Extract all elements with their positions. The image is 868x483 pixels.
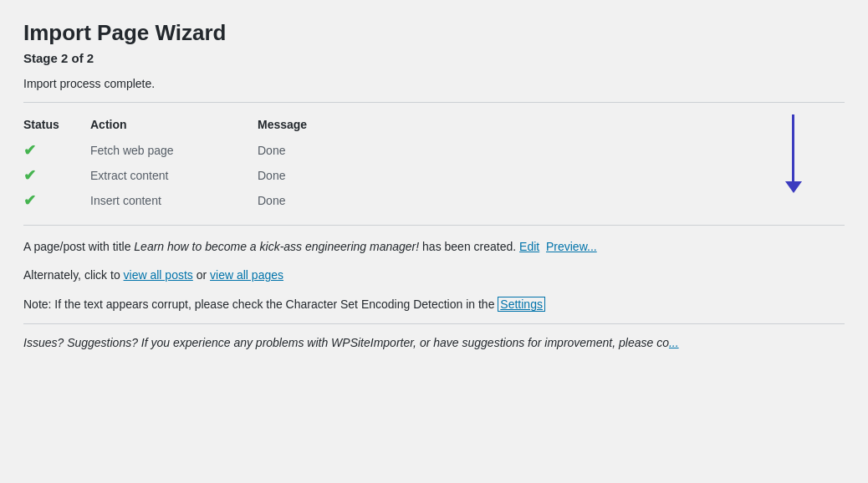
or-text: or	[193, 268, 210, 282]
settings-link[interactable]: Settings	[498, 297, 545, 312]
alternate-links: Alternately, click to view all posts or …	[23, 266, 845, 284]
created-suffix: has been created.	[419, 240, 516, 253]
table-row: ✔ Extract content Done	[23, 163, 845, 188]
table-row: ✔ Fetch web page Done	[23, 138, 845, 163]
col-status: Status	[23, 114, 90, 138]
issues-text: Issues? Suggestions? If you experience a…	[23, 336, 669, 349]
status-icon-3: ✔	[23, 192, 36, 209]
issues-link[interactable]: ...	[669, 336, 679, 349]
status-table-wrapper: Status Action Message ✔ Fetch web page D…	[23, 114, 845, 213]
table-row: ✔ Insert content Done	[23, 188, 845, 213]
status-icon-1: ✔	[23, 142, 36, 159]
action-1: Fetch web page	[90, 138, 258, 163]
page-title: Import Page Wizard	[23, 20, 845, 46]
import-complete-message: Import process complete.	[23, 77, 845, 90]
edit-link[interactable]: Edit	[519, 240, 539, 253]
message-1: Done	[258, 138, 425, 163]
arrow-indicator	[792, 114, 794, 181]
issues-section: Issues? Suggestions? If you experience a…	[23, 336, 845, 349]
col-action: Action	[90, 114, 258, 138]
stage-label: Stage 2 of 2	[23, 51, 845, 65]
message-2: Done	[258, 163, 425, 188]
created-info: A page/post with title Learn how to beco…	[23, 237, 845, 256]
status-table: Status Action Message ✔ Fetch web page D…	[23, 114, 845, 213]
divider-top	[23, 102, 845, 103]
col-message: Message	[258, 114, 425, 138]
created-title: Learn how to become a kick-ass engineeri…	[134, 240, 419, 253]
divider-bottom	[23, 323, 845, 324]
action-2: Extract content	[90, 163, 258, 188]
view-all-pages-link[interactable]: view all pages	[210, 268, 283, 282]
note-prefix: Note: If the text appears corrupt, pleas…	[23, 297, 498, 311]
action-3: Insert content	[90, 188, 258, 213]
status-icon-2: ✔	[23, 167, 36, 184]
preview-link[interactable]: Preview...	[546, 240, 597, 253]
alternate-prefix: Alternately, click to	[23, 268, 124, 282]
divider-middle	[23, 225, 845, 226]
message-3: Done	[258, 188, 425, 213]
view-all-posts-link[interactable]: view all posts	[124, 268, 193, 282]
settings-note: Note: If the text appears corrupt, pleas…	[23, 295, 845, 313]
created-prefix: A page/post with title	[23, 240, 134, 253]
